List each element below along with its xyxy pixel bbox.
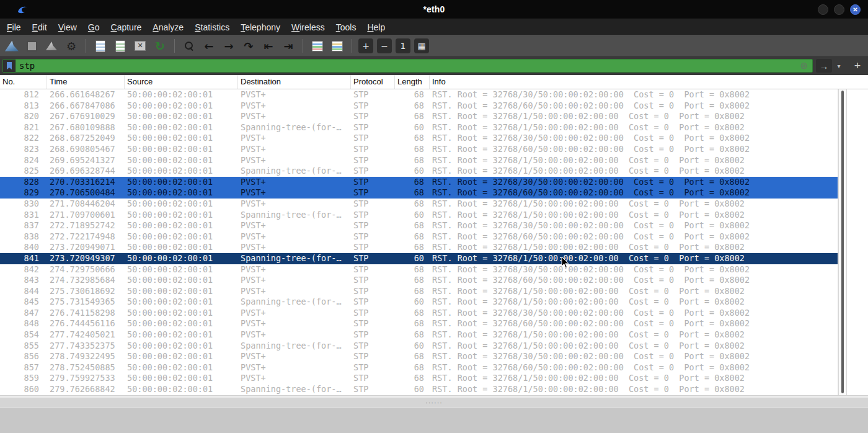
packet-row-824[interactable]: 824 269.695241327 50:00:00:02:00:01 PVST… (0, 155, 838, 166)
packet-row-823[interactable]: 823 268.690805467 50:00:00:02:00:01 PVST… (0, 144, 838, 155)
menu-telephony[interactable]: Telephony (235, 19, 286, 35)
go-last-packet-icon[interactable]: ⇥ (279, 38, 298, 54)
column-destination[interactable]: Destination (238, 75, 351, 89)
cell-info: RST. Root = 32768/1/50:00:00:02:00:00 Co… (430, 122, 838, 133)
packet-row-848[interactable]: 848 276.744456116 50:00:00:02:00:01 PVST… (0, 318, 838, 329)
filter-bookmark-icon[interactable] (3, 60, 16, 72)
packet-list: 812 266.661648267 50:00:00:02:00:01 PVST… (0, 89, 868, 395)
zoom-in-icon[interactable]: + (358, 38, 373, 53)
close-button[interactable]: ✕ (850, 4, 861, 15)
add-filter-button[interactable]: + (851, 59, 864, 73)
menu-tools[interactable]: Tools (330, 19, 362, 35)
find-packet-icon[interactable] (180, 38, 198, 54)
restart-capture-icon[interactable] (42, 38, 61, 54)
vertical-scrollbar[interactable] (838, 89, 847, 395)
stop-capture-icon[interactable] (22, 38, 41, 54)
cell-source: 50:00:00:02:00:01 (125, 166, 238, 177)
menu-file[interactable]: File (1, 19, 27, 35)
cell-destination: PVST+ (238, 362, 351, 373)
resize-columns-icon[interactable]: ▦ (414, 38, 429, 53)
packet-row-860[interactable]: 860 279.762668842 50:00:00:02:00:01 Span… (0, 384, 838, 395)
start-capture-fin-icon[interactable] (2, 38, 21, 54)
packet-row-843[interactable]: 843 274.732985684 50:00:00:02:00:01 PVST… (0, 275, 838, 286)
packet-row-822[interactable]: 822 268.687252049 50:00:00:02:00:01 PVST… (0, 133, 838, 144)
packet-row-859[interactable]: 859 279.759927533 50:00:00:02:00:01 PVST… (0, 373, 838, 384)
menu-edit[interactable]: Edit (27, 19, 53, 35)
packet-row-857[interactable]: 857 278.752450885 50:00:00:02:00:01 PVST… (0, 362, 838, 373)
cell-source: 50:00:00:02:00:01 (125, 177, 238, 188)
packet-row-825[interactable]: 825 269.696328744 50:00:00:02:00:01 Span… (0, 166, 838, 177)
column-info[interactable]: Info (430, 75, 868, 89)
pane-splitter-handle[interactable]: ······ (425, 400, 443, 405)
packet-row-813[interactable]: 813 266.667847086 50:00:00:02:00:01 PVST… (0, 100, 838, 112)
toolbar-separator (86, 39, 86, 53)
zoom-out-icon[interactable]: − (377, 38, 392, 53)
minimize-button[interactable] (818, 4, 828, 15)
cell-no: 860 (0, 384, 47, 395)
filter-clear-icon[interactable]: ⊗ (800, 60, 808, 71)
packet-row-840[interactable]: 840 273.720949071 50:00:00:02:00:01 PVST… (0, 242, 838, 253)
packet-row-847[interactable]: 847 276.741158298 50:00:00:02:00:01 PVST… (0, 308, 838, 319)
colorize-packets-icon[interactable] (328, 38, 347, 54)
column-time[interactable]: Time (47, 75, 125, 89)
filter-value[interactable]: stp (16, 61, 800, 71)
scrollbar-thumb[interactable] (841, 91, 844, 393)
column-protocol[interactable]: Protocol (351, 75, 395, 89)
packet-row-837[interactable]: 837 272.718952742 50:00:00:02:00:01 PVST… (0, 220, 838, 231)
menu-help[interactable]: Help (361, 19, 391, 35)
packet-row-830[interactable]: 830 271.708446204 50:00:00:02:00:01 PVST… (0, 199, 838, 210)
cell-source: 50:00:00:02:00:01 (125, 133, 238, 144)
column-source[interactable]: Source (125, 75, 238, 89)
cell-info: RST. Root = 32768/1/50:00:00:02:00:00 Co… (430, 210, 838, 221)
capture-options-gear-icon[interactable]: ⚙ (62, 38, 81, 54)
save-file-icon[interactable] (111, 38, 130, 54)
menu-bar: File Edit View Go Capture Analyze Statis… (0, 19, 868, 35)
packet-row-831[interactable]: 831 271.709700601 50:00:00:02:00:01 Span… (0, 210, 838, 221)
cell-destination: PVST+ (238, 231, 351, 243)
cell-length: 68 (395, 133, 430, 144)
column-no[interactable]: No. (0, 75, 47, 89)
menu-capture[interactable]: Capture (105, 19, 148, 35)
menu-go[interactable]: Go (82, 19, 105, 35)
filter-apply-icon[interactable]: → (816, 59, 832, 73)
cell-no: 838 (0, 231, 47, 243)
packet-row-828[interactable]: 828 270.703316214 50:00:00:02:00:01 PVST… (0, 177, 838, 188)
go-forward-icon[interactable]: → (219, 38, 238, 54)
packet-row-845[interactable]: 845 275.731549365 50:00:00:02:00:01 Span… (0, 297, 838, 308)
packet-row-842[interactable]: 842 274.729750666 50:00:00:02:00:01 PVST… (0, 264, 838, 275)
cell-info: RST. Root = 32768/60/50:00:00:02:00:00 C… (430, 144, 838, 155)
cell-source: 50:00:00:02:00:01 (125, 242, 238, 253)
packet-row-820[interactable]: 820 267.676910029 50:00:00:02:00:01 PVST… (0, 111, 838, 122)
menu-statistics[interactable]: Statistics (189, 19, 235, 35)
go-first-packet-icon[interactable]: ⇤ (259, 38, 278, 54)
menu-view[interactable]: View (53, 19, 82, 35)
cell-no: 841 (0, 253, 47, 264)
packet-row-844[interactable]: 844 275.730618692 50:00:00:02:00:01 PVST… (0, 286, 838, 297)
packet-row-854[interactable]: 854 277.742405021 50:00:00:02:00:01 PVST… (0, 329, 838, 341)
reload-icon[interactable]: ↻ (151, 38, 169, 54)
maximize-button[interactable] (834, 4, 844, 15)
go-back-icon[interactable]: ← (200, 38, 218, 54)
go-to-packet-icon[interactable]: ↷ (239, 38, 258, 54)
menu-wireless[interactable]: Wireless (286, 19, 330, 35)
menu-analyze[interactable]: Analyze (147, 19, 189, 35)
icon-glyph: − (381, 42, 388, 50)
zoom-original-icon[interactable]: 1 (396, 38, 410, 53)
packet-row-855[interactable]: 855 277.743352375 50:00:00:02:00:01 Span… (0, 341, 838, 352)
packet-row-812[interactable]: 812 266.661648267 50:00:00:02:00:01 PVST… (0, 89, 838, 100)
packet-row-821[interactable]: 821 267.680109888 50:00:00:02:00:01 Span… (0, 122, 838, 133)
packet-row-829[interactable]: 829 270.706500484 50:00:00:02:00:01 PVST… (0, 187, 838, 199)
cell-no: 823 (0, 144, 47, 155)
pane-splitter[interactable]: ······ (0, 398, 868, 408)
column-length[interactable]: Length (395, 75, 430, 89)
packet-row-856[interactable]: 856 278.749322495 50:00:00:02:00:01 PVST… (0, 351, 838, 362)
cell-time: 279.762668842 (47, 384, 125, 395)
packet-row-838[interactable]: 838 272.722174948 50:00:00:02:00:01 PVST… (0, 231, 838, 243)
close-file-icon[interactable]: ✕ (131, 38, 149, 54)
auto-scroll-icon[interactable] (308, 38, 327, 54)
open-file-icon[interactable] (91, 38, 110, 54)
display-filter-input[interactable]: stp ⊗ (2, 59, 813, 73)
packet-row-841[interactable]: 841 273.720949307 50:00:00:02:00:01 Span… (0, 253, 838, 264)
cell-info: RST. Root = 32768/60/50:00:00:02:00:00 C… (430, 231, 838, 243)
filter-dropdown-arrow-icon[interactable]: ▾ (835, 63, 843, 69)
